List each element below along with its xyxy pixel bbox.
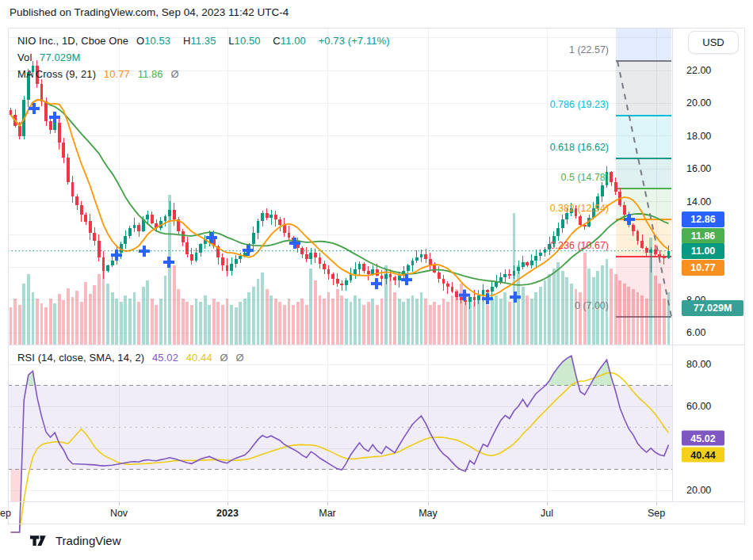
candles bbox=[10, 60, 671, 309]
ma-fast-line[interactable] bbox=[11, 100, 669, 296]
chart-canvas[interactable] bbox=[0, 0, 753, 560]
ma-slow-line[interactable] bbox=[11, 100, 669, 285]
currency-button[interactable]: USD bbox=[688, 31, 739, 54]
tradingview-snapshot: Published on TradingView.com, Sep 04, 20… bbox=[0, 0, 753, 560]
time-tick-marks bbox=[119, 502, 656, 505]
fib-bands bbox=[616, 29, 671, 317]
